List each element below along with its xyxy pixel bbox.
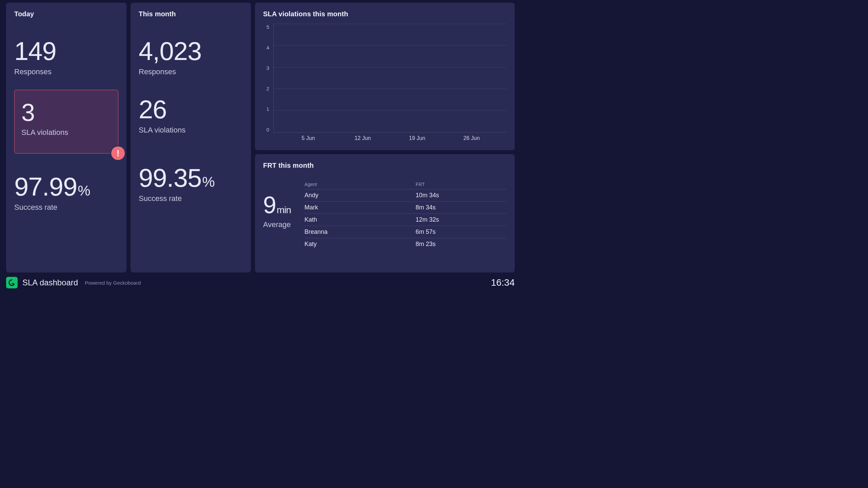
metric-label: SLA violations — [139, 126, 243, 135]
metric-value: 149 — [14, 38, 118, 64]
metric-label: Responses — [139, 67, 243, 76]
metric-value: 99.35% — [139, 165, 243, 191]
metric-today-success: 97.99% Success rate — [14, 174, 118, 212]
metric-label: Average — [263, 220, 291, 229]
metric-month-sla: 26 SLA violations — [139, 97, 243, 135]
card-sla-chart: SLA violations this month 543210 5 Jun12… — [255, 3, 515, 150]
table-cell-frt: 10m 34s — [416, 192, 507, 199]
geckoboard-logo-icon — [6, 277, 18, 288]
metric-value: 9min — [263, 193, 291, 217]
metric-value: 3 — [21, 100, 111, 125]
table-cell-frt: 8m 23s — [416, 241, 507, 248]
chart-y-axis: 543210 — [263, 24, 273, 133]
metric-month-responses: 4,023 Responses — [139, 38, 243, 76]
table-row: Andy10m 34s — [304, 189, 507, 201]
chart-y-tick: 2 — [263, 86, 269, 92]
card-title: Today — [14, 10, 118, 18]
table-row: Mark8m 34s — [304, 201, 507, 214]
powered-by-label: Powered by Geckoboard — [85, 280, 141, 286]
table-cell-agent: Andy — [304, 192, 416, 199]
table-cell-agent: Katy — [304, 241, 416, 248]
chart-x-tick: 5 Jun — [302, 135, 315, 141]
metric-label: SLA violations — [21, 128, 111, 137]
table-cell-frt: 8m 34s — [416, 204, 507, 211]
dashboard-title: SLA dashboard — [22, 278, 78, 287]
table-cell-agent: Kath — [304, 216, 416, 223]
card-title: SLA violations this month — [263, 10, 507, 18]
metric-label: Responses — [14, 67, 118, 76]
chart-x-tick: 19 Jun — [409, 135, 425, 141]
card-this-month: This month 4,023 Responses 26 SLA violat… — [131, 3, 251, 272]
chart-y-tick: 0 — [263, 127, 269, 133]
metric-label: Success rate — [139, 194, 243, 203]
metric-today-responses: 149 Responses — [14, 38, 118, 76]
metric-value: 97.99% — [14, 174, 118, 200]
chart-plot-area — [273, 24, 507, 133]
card-today: Today 149 Responses 3 SLA violations ! 9… — [6, 3, 126, 272]
card-frt: FRT this month 9min Average Agent FRT An… — [255, 154, 515, 272]
metric-today-sla-alert: 3 SLA violations ! — [14, 90, 118, 154]
frt-table: Agent FRT Andy10m 34sMark8m 34sKath12m 3… — [304, 180, 507, 250]
chart-y-tick: 5 — [263, 24, 269, 30]
chart-x-axis: 5 Jun12 Jun19 Jun26 Jun — [273, 135, 507, 143]
table-cell-agent: Breanna — [304, 228, 416, 236]
chart-x-tick: 26 Jun — [463, 135, 480, 141]
chart-y-tick: 3 — [263, 65, 269, 71]
metric-label: Success rate — [14, 203, 118, 212]
alert-icon: ! — [111, 146, 125, 160]
footer: SLA dashboard Powered by Geckoboard 16:3… — [6, 275, 515, 290]
table-row: Breanna6m 57s — [304, 226, 507, 238]
table-header-agent: Agent — [304, 182, 416, 187]
card-title: FRT this month — [263, 162, 507, 169]
metric-month-success: 99.35% Success rate — [139, 165, 243, 203]
chart-x-tick: 12 Jun — [355, 135, 371, 141]
table-header-frt: FRT — [416, 182, 507, 187]
metric-frt-average: 9min Average — [263, 180, 291, 229]
metric-value: 26 — [139, 97, 243, 122]
table-row: Kath12m 32s — [304, 214, 507, 226]
table-cell-frt: 12m 32s — [416, 216, 507, 223]
chart-y-tick: 1 — [263, 106, 269, 112]
chart-y-tick: 4 — [263, 45, 269, 50]
table-cell-agent: Mark — [304, 204, 416, 211]
table-row: Katy8m 23s — [304, 238, 507, 250]
metric-value: 4,023 — [139, 38, 243, 64]
clock: 16:34 — [491, 277, 515, 288]
table-header: Agent FRT — [304, 180, 507, 189]
card-title: This month — [139, 10, 243, 18]
sla-bar-chart: 543210 — [263, 24, 507, 133]
table-cell-frt: 6m 57s — [416, 228, 507, 236]
